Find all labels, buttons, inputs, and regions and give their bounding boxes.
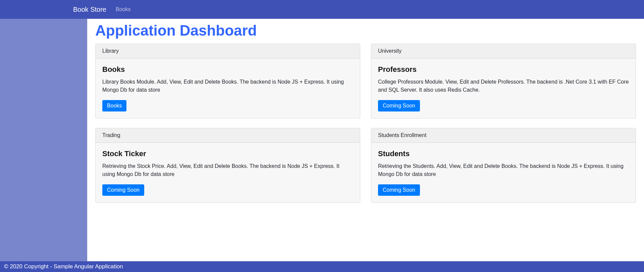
card-desc: College Professors Module. View, Edit an… — [378, 78, 629, 94]
card-desc: Retrieving the Stock Price. Add, View, E… — [102, 162, 353, 178]
main-content: Application Dashboard Library Books Libr… — [87, 19, 644, 261]
card-university: University Professors College Professors… — [371, 44, 636, 119]
footer-text: © 2020 Copyright - Sample Angular Applic… — [4, 263, 123, 270]
card-header: Library — [96, 44, 360, 58]
coming-soon-button[interactable]: Coming Soon — [102, 184, 144, 196]
card-trading: Trading Stock Ticker Retrieving the Stoc… — [95, 128, 360, 203]
card-title: Professors — [378, 65, 629, 74]
coming-soon-button[interactable]: Coming Soon — [378, 184, 420, 196]
body-wrap: Application Dashboard Library Books Libr… — [0, 19, 644, 261]
card-title: Stock Ticker — [102, 149, 353, 158]
sidebar — [0, 19, 87, 261]
card-body: Students Retrieving the Students. Add, V… — [371, 143, 636, 202]
card-desc: Retrieving the Students. Add, View, Edit… — [378, 162, 629, 178]
card-body: Professors College Professors Module. Vi… — [371, 58, 636, 118]
nav-brand[interactable]: Book Store — [73, 6, 106, 13]
nav-link-books[interactable]: Books — [113, 4, 133, 15]
card-students: Students Enrollment Students Retrieving … — [371, 128, 636, 203]
books-button[interactable]: Books — [102, 100, 126, 111]
card-body: Stock Ticker Retrieving the Stock Price.… — [96, 143, 360, 202]
footer: © 2020 Copyright - Sample Angular Applic… — [0, 261, 644, 272]
card-header: University — [371, 44, 636, 58]
card-row-2: Trading Stock Ticker Retrieving the Stoc… — [95, 128, 636, 203]
card-desc: Library Books Module. Add, View, Edit an… — [102, 78, 353, 94]
navbar: Book Store Books — [0, 0, 644, 19]
card-row-1: Library Books Library Books Module. Add,… — [95, 44, 636, 119]
card-header: Students Enrollment — [371, 128, 636, 143]
page-title: Application Dashboard — [95, 22, 636, 39]
card-header: Trading — [96, 128, 360, 143]
card-library: Library Books Library Books Module. Add,… — [95, 44, 360, 119]
card-title: Books — [102, 65, 353, 74]
coming-soon-button[interactable]: Coming Soon — [378, 100, 420, 111]
card-body: Books Library Books Module. Add, View, E… — [96, 58, 360, 118]
card-title: Students — [378, 149, 629, 158]
